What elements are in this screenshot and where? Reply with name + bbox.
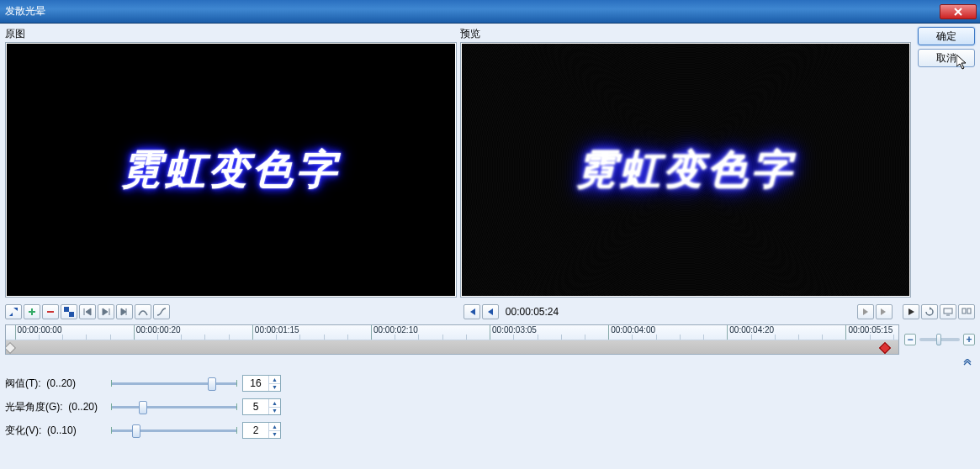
zoom-controls: − + [899,324,975,355]
param-threshold: 阀值(T): (0..20) ▲▼ [5,375,975,392]
original-label: 原图 [5,27,457,40]
collapse-chevron-icon[interactable] [961,358,973,368]
zoom-thumb[interactable] [936,334,941,345]
threshold-up-icon[interactable]: ▲ [269,376,280,384]
toggle-keys-icon[interactable] [61,304,77,319]
prev-key-icon[interactable] [79,304,96,319]
threshold-down-icon[interactable]: ▼ [269,384,280,392]
add-key-icon[interactable] [24,304,40,319]
timeline[interactable]: 00:00:00:0000:00:00:2000:00:01:1500:00:0… [5,324,899,355]
dialog-buttons: 确定 取消 [914,27,975,298]
next-key-icon[interactable] [98,304,114,319]
variation-down-icon[interactable]: ▼ [269,431,280,439]
keyframe-start[interactable] [5,342,16,354]
original-viewport[interactable]: 霓虹变色字 [7,44,455,296]
remove-key-icon[interactable] [42,304,59,319]
original-box: 霓虹变色字 [5,42,457,298]
mark-in-jump-icon[interactable] [5,304,22,319]
collapse-row [5,355,975,370]
step-forward-button[interactable] [857,304,874,319]
close-button[interactable] [940,4,977,19]
preview-label: 预览 [460,27,912,40]
preview-text: 霓虹变色字 [576,143,795,197]
timeline-ruler[interactable]: 00:00:00:0000:00:00:2000:00:01:1500:00:0… [6,325,898,340]
goto-end-button[interactable] [876,304,893,319]
timeline-track[interactable] [6,340,898,355]
split-view-icon[interactable] [958,304,975,319]
curve-icon[interactable] [135,304,151,319]
transport-row: 00:00:05:24 [5,301,975,323]
titlebar: 发散光晕 [0,0,980,24]
variation-spinner[interactable]: ▲▼ [242,422,281,439]
variation-up-icon[interactable]: ▲ [269,423,280,431]
halo-angle-slider[interactable] [111,399,237,414]
keyframe-end[interactable] [879,342,891,354]
halo-angle-down-icon[interactable]: ▼ [269,408,280,415]
parameters: 阀值(T): (0..20) ▲▼ 光晕角度(G): (0..20) ▲▼ 变化… [5,375,975,439]
halo-angle-spinner[interactable]: ▲▼ [242,398,281,415]
threshold-spinner[interactable]: ▲▼ [242,375,281,392]
original-column: 原图 霓虹变色字 [5,27,457,298]
preview-viewport[interactable]: 霓虹变色字 [462,44,910,296]
zoom-in-button[interactable]: + [963,334,975,345]
right-transport [857,304,893,319]
reverse-icon[interactable] [116,304,133,319]
variation-slider[interactable] [111,423,237,438]
variation-thumb[interactable] [132,424,140,438]
param-variation: 变化(V): (0..10) ▲▼ [5,422,975,439]
play-toolbar [903,304,975,319]
threshold-slider[interactable] [111,376,237,391]
timeline-row: 00:00:00:0000:00:00:2000:00:01:1500:00:0… [5,324,975,355]
left-toolbar [5,304,170,319]
goto-start-button[interactable] [464,304,480,319]
center-transport [464,304,499,319]
halo-angle-label: 光晕角度(G): (0..20) [5,400,106,414]
window-title: 发散光晕 [3,4,940,18]
preview-box: 霓虹变色字 [460,42,912,298]
ease-icon[interactable] [153,304,170,319]
halo-angle-input[interactable] [243,399,268,414]
play-button[interactable] [903,304,919,319]
current-timecode: 00:00:05:24 [506,306,559,318]
loop-button[interactable] [921,304,938,319]
svg-rect-1 [962,308,966,314]
original-text: 霓虹变色字 [121,143,340,197]
ok-button[interactable]: 确定 [918,27,975,45]
svg-rect-2 [967,308,971,314]
monitor-icon[interactable] [940,304,956,319]
zoom-out-button[interactable]: − [904,334,916,345]
preview-column: 预览 霓虹变色字 [460,27,912,298]
svg-rect-0 [944,308,952,314]
client-area: 原图 霓虹变色字 预览 霓虹变色字 确定 取消 [0,24,980,469]
variation-label: 变化(V): (0..10) [5,424,106,438]
preview-panels: 原图 霓虹变色字 预览 霓虹变色字 确定 取消 [5,27,975,298]
threshold-label: 阀值(T): (0..20) [5,377,106,391]
threshold-thumb[interactable] [208,377,216,391]
halo-angle-thumb[interactable] [139,401,147,414]
cancel-button[interactable]: 取消 [918,49,975,67]
param-halo-angle: 光晕角度(G): (0..20) ▲▼ [5,398,975,415]
threshold-input[interactable] [243,376,268,391]
zoom-slider[interactable] [919,338,960,341]
halo-angle-up-icon[interactable]: ▲ [269,399,280,408]
variation-input[interactable] [243,423,268,438]
step-back-button[interactable] [482,304,499,319]
